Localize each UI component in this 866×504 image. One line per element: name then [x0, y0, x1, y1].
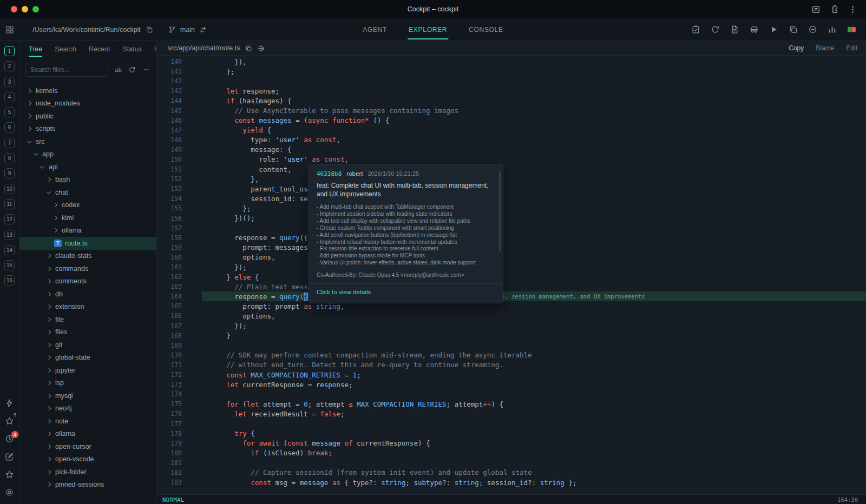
copy-icon[interactable] — [789, 25, 798, 34]
tree-item-comments[interactable]: comments — [19, 275, 156, 288]
code-line-162[interactable]: 162 } else { — [157, 272, 866, 282]
code-line-168[interactable]: 168 } — [157, 331, 866, 341]
code-line-179[interactable]: 179 for await (const message of currentR… — [157, 439, 866, 448]
tree-item-app[interactable]: app — [19, 148, 156, 161]
tree-item-kernels[interactable]: kernels — [19, 84, 156, 97]
tree-item-commands[interactable]: commands — [19, 262, 156, 275]
gear-icon[interactable] — [5, 488, 14, 497]
code-line-169[interactable]: 169 — [157, 341, 866, 350]
document-icon[interactable] — [730, 25, 739, 34]
tree-item-codex[interactable]: codex — [19, 199, 156, 212]
bar-chart-icon[interactable] — [828, 25, 837, 34]
tree-item-neo4j[interactable]: neo4j — [19, 402, 156, 415]
page-number-2[interactable]: 2 — [4, 61, 15, 71]
tree-item-route-ts[interactable]: Troute.ts — [19, 237, 156, 250]
tree-item-ollama[interactable]: ollama — [19, 224, 156, 237]
match-case-button[interactable]: ab — [115, 67, 122, 73]
tree-item-bash[interactable]: bash — [19, 174, 156, 187]
page-number-7[interactable]: 7 — [4, 138, 15, 148]
code-line-181[interactable]: 181 — [157, 458, 866, 468]
code-line-182[interactable]: 182 // Capture sessionId (from system in… — [157, 468, 866, 478]
capture-icon[interactable] — [811, 5, 821, 14]
git-branch-group[interactable]: main — [168, 26, 207, 34]
tab-console[interactable]: CONSOLE — [468, 19, 504, 39]
code-line-148[interactable]: 148 type: 'user' as const, — [157, 135, 866, 145]
code-line-167[interactable]: 167 }); — [157, 321, 866, 331]
code-line-143[interactable]: 143 let response; — [157, 86, 866, 96]
tree-item-kimi[interactable]: kimi — [19, 211, 156, 224]
code-line-150[interactable]: 150 role: 'user' as const, — [157, 155, 866, 164]
explorer-tab-recent[interactable]: Recent — [89, 45, 110, 57]
page-number-11[interactable]: 11 — [4, 199, 15, 209]
code-line-145[interactable]: 145 // Use AsyncIterable to pass message… — [157, 105, 866, 115]
explorer-tab-tree[interactable]: Tree — [29, 45, 42, 57]
tree-item-extension[interactable]: extension — [19, 301, 156, 314]
tree-item-git[interactable]: git — [19, 339, 156, 352]
collapse-all-icon[interactable] — [142, 66, 150, 74]
code-line-175[interactable]: 175 for (let attempt = 0; attempt ≤ MAX_… — [157, 399, 866, 409]
tree-item-pick-folder[interactable]: pick-folder — [19, 466, 156, 479]
tree-item-db[interactable]: db — [19, 288, 156, 301]
tree-item-ollama[interactable]: ollama — [19, 428, 156, 441]
page-number-13[interactable]: 13 — [4, 230, 15, 240]
page-number-1[interactable]: 1 — [4, 46, 15, 56]
code-line-173[interactable]: 173 let currentResponse = response; — [157, 380, 866, 389]
code-line-147[interactable]: 147 yield { — [157, 125, 866, 135]
code-line-151[interactable]: 151 content, — [157, 164, 866, 174]
code-line-161[interactable]: 161 }); — [157, 262, 866, 272]
zap-icon[interactable] — [5, 399, 14, 408]
code-line-140[interactable]: 140 }), — [157, 57, 866, 67]
code-line-172[interactable]: 172 const MAX_COMPACTION_RETRIES = 1; — [157, 370, 866, 380]
code-line-180[interactable]: 180 if (isClosed) break; — [157, 448, 866, 458]
tree-item-jupyter[interactable]: jupyter — [19, 364, 156, 377]
page-number-16[interactable]: 16 — [4, 275, 15, 286]
clock-icon[interactable]: 4 — [5, 434, 14, 443]
star-icon[interactable]: 5 — [5, 416, 14, 426]
tree-item-open-cursor[interactable]: open-cursor — [19, 440, 156, 453]
page-number-3[interactable]: 3 — [4, 77, 15, 87]
code-line-156[interactable]: 156 })(); — [157, 214, 866, 223]
workspace-path-group[interactable]: /Users/ka/Work/continic/Run/cockpit — [32, 26, 153, 34]
tree-item-note[interactable]: note — [19, 415, 156, 428]
page-number-14[interactable]: 14 — [4, 245, 15, 255]
tab-explorer[interactable]: EXPLORER — [408, 19, 448, 39]
explorer-tab-search[interactable]: Search — [55, 45, 76, 57]
code-line-177[interactable]: 177 — [157, 419, 866, 428]
page-number-5[interactable]: 5 — [4, 107, 15, 117]
tree-item-files[interactable]: files — [19, 326, 156, 339]
tree-item-public[interactable]: public — [19, 110, 156, 123]
tree-item-scripts[interactable]: scripts — [19, 123, 156, 136]
grid-icon[interactable] — [0, 25, 19, 34]
code-line-160[interactable]: 160 options, — [157, 253, 866, 262]
clipboard-check-icon[interactable] — [691, 25, 700, 34]
tree-item-file[interactable]: file — [19, 313, 156, 326]
code-line-166[interactable]: 166 options, — [157, 311, 866, 321]
star-icon[interactable] — [5, 470, 14, 479]
copy-button[interactable]: Copy — [789, 44, 804, 52]
refresh-tree-icon[interactable] — [128, 66, 136, 74]
edit-button[interactable]: Edit — [846, 44, 857, 52]
tree-item-lsp[interactable]: lsp — [19, 377, 156, 390]
page-number-6[interactable]: 6 — [4, 122, 15, 132]
page-number-12[interactable]: 12 — [4, 214, 15, 224]
tree-item-node-modules[interactable]: node_modules — [19, 97, 156, 110]
copy-path-icon[interactable] — [146, 26, 153, 34]
zoom-button[interactable] — [32, 6, 39, 12]
code-line-146[interactable]: 146 const messages = (async function* ()… — [157, 116, 866, 125]
tree-item-src[interactable]: src — [19, 135, 156, 148]
code-line-159[interactable]: 159 prompt: messages, — [157, 243, 866, 253]
minus-circle-icon[interactable] — [808, 25, 817, 34]
code-line-158[interactable]: 158 response = query({ — [157, 233, 866, 243]
minimize-button[interactable] — [22, 6, 28, 12]
code-line-164[interactable]: 164 response = query({robert, 2mo ago · … — [157, 291, 866, 301]
page-number-10[interactable]: 10 — [4, 184, 15, 194]
tree-item-open-vscode[interactable]: open-vscode — [19, 453, 156, 466]
code-line-144[interactable]: 144 if (hasImages) { — [157, 96, 866, 105]
tree-item-api[interactable]: api — [19, 161, 156, 174]
blame-button[interactable]: Blame — [816, 44, 834, 52]
play-icon[interactable] — [769, 25, 778, 34]
tree-item-mysql[interactable]: mysql — [19, 389, 156, 402]
code-line-142[interactable]: 142 — [157, 76, 866, 86]
tree-item-claude-stats[interactable]: claude-stats — [19, 250, 156, 263]
code-line-154[interactable]: 154 session_id: sessi — [157, 194, 866, 203]
